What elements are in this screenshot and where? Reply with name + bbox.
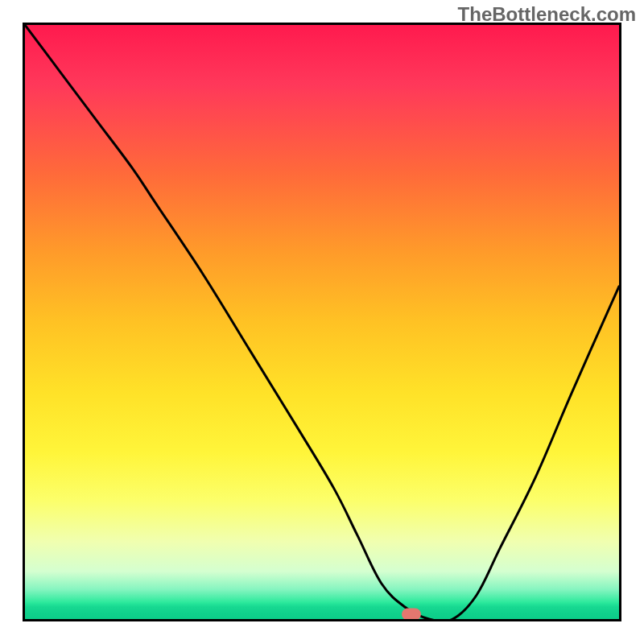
chart-container: TheBottleneck.com [0,0,644,644]
optimum-marker [402,609,421,621]
bottleneck-curve [25,25,619,619]
plot-area [23,23,621,621]
watermark-text: TheBottleneck.com [458,3,636,26]
